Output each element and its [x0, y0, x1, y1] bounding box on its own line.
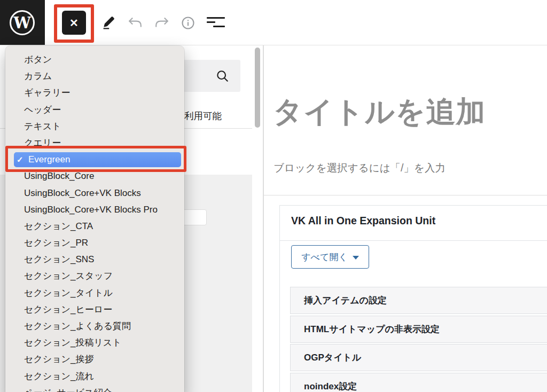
menu-item[interactable]: ボタン	[5, 51, 184, 68]
close-inserter-button[interactable]: ✕	[62, 11, 86, 35]
open-all-button[interactable]: すべて開く	[291, 245, 369, 269]
menu-item[interactable]: ギャラリー	[5, 84, 184, 101]
menu-item[interactable]: カラム	[5, 68, 184, 84]
menu-item[interactable]: セクション_PR	[5, 234, 184, 251]
redo-button[interactable]	[154, 15, 171, 29]
menu-item[interactable]: セクション_CTA	[5, 218, 184, 234]
menu-item-label: クエリー	[24, 138, 61, 148]
menu-item[interactable]: UsingBlock_Core+VK Blocks	[5, 185, 184, 201]
panel-title: VK All in One Expansion Unit	[291, 215, 435, 227]
menu-item-label: セクション_流れ	[24, 371, 94, 381]
accordion-label: noindex設定	[304, 381, 357, 391]
menu-item-label: ギャラリー	[24, 88, 71, 98]
edit-mode-button[interactable]	[100, 14, 118, 31]
panel-header-divider	[280, 240, 547, 241]
accordion-header[interactable]: HTMLサイトマップの非表示設定	[290, 316, 547, 343]
menu-item[interactable]: テキスト	[5, 118, 184, 135]
menu-item-label: Evergreen	[28, 152, 70, 167]
menu-item-label: セクション_CTA	[24, 221, 93, 231]
menu-item[interactable]: セクション_SNS	[5, 251, 184, 268]
details-button[interactable]	[181, 15, 197, 31]
list-view-button[interactable]	[207, 17, 226, 29]
menu-item-label: UsingBlock_Core+VK Blocks	[24, 188, 141, 198]
menu-item[interactable]: ページ_サービス紹介	[5, 385, 184, 392]
search-icon	[215, 69, 230, 84]
wordpress-logo-button[interactable]: W	[0, 0, 45, 45]
sidebar-scrollbar[interactable]	[255, 48, 260, 128]
menu-item-label: カラム	[24, 71, 52, 81]
menu-item-label: セクション_投稿リスト	[24, 338, 122, 348]
block-appender-hint[interactable]: ブロックを選択するには「/」を入力	[274, 161, 446, 175]
menu-item[interactable]: セクション_ヒーロー	[5, 301, 184, 318]
menu-item-label: セクション_スタッフ	[24, 271, 113, 281]
redo-icon	[154, 16, 171, 29]
menu-item[interactable]: セクション_スタッフ	[5, 268, 184, 284]
menu-item[interactable]: UsingBlock_Core	[5, 168, 184, 184]
menu-item[interactable]: セクション_投稿リスト	[5, 334, 184, 351]
menu-item-label: ヘッダー	[24, 105, 61, 115]
menu-item[interactable]: ✓ Evergreen	[14, 152, 181, 167]
accordion-header[interactable]: 挿入アイテムの設定	[290, 287, 547, 314]
menu-item-label: セクション_ヒーロー	[24, 304, 112, 315]
accordion-label: HTMLサイトマップの非表示設定	[304, 324, 440, 334]
content-divider	[264, 195, 547, 195]
accordion-header[interactable]: noindex設定	[290, 373, 547, 392]
menu-item[interactable]: セクション_よくある質問	[5, 318, 184, 334]
pattern-preview-card	[181, 209, 207, 225]
dropdown-list: ボタン カラム ギャラリー ヘッダー	[5, 46, 184, 392]
menu-item[interactable]: セクション_流れ	[5, 368, 184, 385]
menu-item-label: セクション_SNS	[24, 254, 94, 264]
menu-item-label: UsingBlock_Core	[24, 171, 94, 181]
menu-item[interactable]: セクション_挨拶	[5, 351, 184, 367]
menu-item-label: ページ_サービス紹介	[24, 388, 112, 392]
info-icon	[181, 15, 197, 30]
wordpress-block-editor: W ✕	[0, 0, 547, 392]
close-icon: ✕	[69, 17, 79, 29]
menu-item-label: テキスト	[24, 121, 61, 131]
check-icon: ✓	[17, 152, 28, 167]
editor-canvas: タイトルを追加 ブロックを選択するには「/」を入力 VK All in One …	[263, 45, 547, 392]
list-view-icon	[207, 17, 225, 29]
accordion-label: 挿入アイテムの設定	[304, 295, 387, 305]
undo-icon	[127, 16, 144, 29]
menu-item-label: セクション_挨拶	[24, 354, 93, 364]
editor-toolbar: W ✕	[0, 0, 547, 45]
menu-item-label: UsingBlock_Core+VK Blocks Pro	[24, 205, 158, 215]
accordion-header[interactable]: OGPタイトル	[290, 344, 547, 371]
menu-item[interactable]: クエリー	[5, 135, 184, 151]
post-title-input[interactable]: タイトルを追加	[273, 92, 486, 132]
menu-item[interactable]: UsingBlock_Core+VK Blocks Pro	[5, 201, 184, 218]
menu-item-label: セクション_PR	[24, 238, 88, 248]
menu-item[interactable]: ヘッダー	[5, 101, 184, 118]
pencil-icon	[100, 14, 118, 30]
menu-item-label: セクション_タイトル	[24, 288, 113, 298]
chevron-down-icon	[353, 256, 359, 260]
menu-item[interactable]: セクション_タイトル	[5, 285, 184, 301]
accordion-label: OGPタイトル	[304, 352, 361, 363]
wordpress-logo-icon: W	[10, 10, 35, 35]
undo-button[interactable]	[127, 15, 144, 29]
patterns-available-label: 利用可能	[184, 109, 222, 122]
vk-expansion-panel: VK All in One Expansion Unit すべて開く 挿入アイテ…	[279, 205, 547, 392]
open-all-label: すべて開く	[301, 251, 348, 263]
menu-item-label: ボタン	[24, 54, 52, 65]
pattern-category-dropdown: ボタン カラム ギャラリー ヘッダー	[5, 46, 184, 392]
menu-item-label: セクション_よくある質問	[24, 321, 131, 331]
